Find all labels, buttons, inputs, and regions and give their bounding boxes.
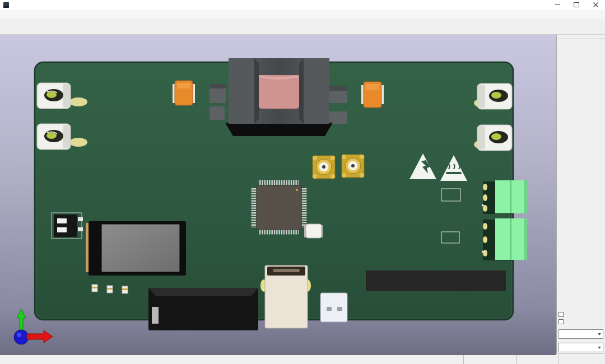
jtag-connector [148, 288, 258, 330]
appearance-title [557, 35, 605, 39]
use-pcb-editor-colors-checkbox[interactable] [559, 318, 603, 325]
rs485-terminal [483, 218, 527, 260]
status-dx [463, 354, 516, 364]
mosfet-q3 [329, 86, 347, 103]
close-button[interactable] [586, 0, 605, 10]
checkbox-box[interactable] [559, 319, 564, 324]
sma-trig1 [313, 156, 335, 179]
fuse-r17 [361, 82, 384, 108]
transformer [225, 58, 333, 136]
status-zoom [559, 354, 605, 364]
spring-terminal-j11 [474, 83, 512, 109]
mosfet-q1 [210, 84, 226, 103]
status-dy [516, 354, 559, 364]
chevron-down-icon [598, 333, 601, 335]
menu-bar [0, 10, 605, 20]
app-icon [3, 2, 9, 8]
maximize-button[interactable] [567, 0, 586, 10]
sma-trig2 [342, 155, 364, 178]
pin-header [366, 270, 506, 291]
preset-dropdown[interactable] [559, 329, 603, 339]
usb-c-connector [320, 293, 347, 322]
mosfet-q2 [210, 106, 225, 120]
3d-viewer-window: + [0, 0, 605, 364]
svg-text:+: + [58, 216, 61, 220]
usb-b-connector [260, 265, 311, 328]
title-bar [0, 0, 605, 10]
spring-terminal-j12 [474, 125, 512, 151]
3d-viewport[interactable]: + [0, 35, 556, 355]
fuse-r10 [173, 81, 195, 105]
toolbar [0, 20, 605, 35]
appearance-panel [556, 35, 605, 353]
can-terminal [483, 180, 527, 214]
crystal-y1 [304, 224, 323, 238]
minimize-button[interactable] [548, 0, 567, 10]
mcu-chip [254, 183, 304, 232]
pcb-render: + [0, 35, 556, 355]
chevron-down-icon [598, 347, 601, 349]
lcd-display [86, 221, 186, 276]
checkbox-box[interactable] [559, 312, 564, 317]
use-stackup-colors-checkbox[interactable] [559, 311, 603, 318]
viewport-dropdown[interactable] [559, 343, 603, 352]
mosfet-q4 [329, 111, 347, 124]
